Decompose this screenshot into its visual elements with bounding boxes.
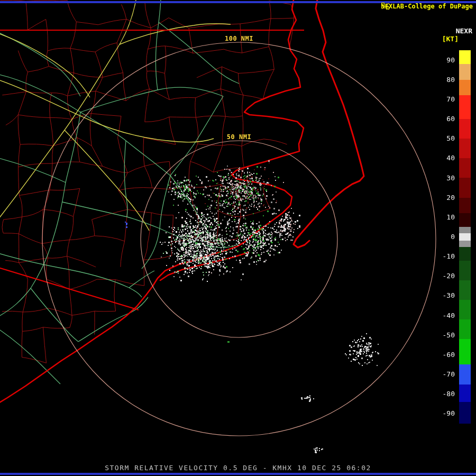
colorbar-tick: -80 xyxy=(432,390,455,398)
brand-text: NEXLAB-College of DuPage xyxy=(381,3,473,10)
range-ring-label: 50 NMI xyxy=(227,133,251,141)
status-bar: STORM RELATIVE VELOCITY 0.5 DEG - KMHX 1… xyxy=(0,464,476,472)
colorbar-segment xyxy=(459,227,471,233)
colorbar-bar xyxy=(459,50,471,424)
colorbar-tick: 10 xyxy=(432,213,455,222)
colorbar-tick: -20 xyxy=(432,272,455,280)
colorbar-segment xyxy=(459,364,471,384)
colorbar-tick: -40 xyxy=(432,312,455,320)
colorbar-unit: [KT] xyxy=(442,35,459,43)
colorbar-segment xyxy=(459,119,471,139)
colorbar-tick: 0 xyxy=(432,233,455,241)
colorbar-segment xyxy=(459,300,471,319)
colorbar-segment xyxy=(459,385,471,402)
colorbar-tick: 60 xyxy=(432,115,455,123)
colorbar-tick: 90 xyxy=(432,56,455,65)
range-ring-label: 100 NMI xyxy=(225,35,253,42)
colorbar-segment xyxy=(459,139,471,158)
colorbar-tick: 80 xyxy=(432,76,455,84)
colorbar-tick: -60 xyxy=(432,351,455,359)
range-ring-circle xyxy=(141,141,337,337)
range-rings xyxy=(0,0,476,476)
colorbar-segment xyxy=(459,95,471,119)
colorbar-segment xyxy=(459,233,471,241)
colorbar-tick: 70 xyxy=(432,95,455,104)
colorbar-segment xyxy=(459,178,471,197)
colorbar-segment xyxy=(459,339,471,364)
colorbar-tick: -90 xyxy=(432,409,455,418)
colorbar-segment xyxy=(459,280,471,300)
colorbar-segment xyxy=(459,50,471,64)
colorbar-tick: 50 xyxy=(432,134,455,143)
colorbar-segment xyxy=(459,261,471,280)
colorbar-segment xyxy=(459,80,471,96)
radar-display: 100 NMI50 NMI NEXLAB-College of DuPage N… xyxy=(0,0,476,476)
colorbar-segment xyxy=(459,247,471,261)
colorbar-tick: 30 xyxy=(432,174,455,182)
colorbar-segment xyxy=(459,158,471,178)
colorbar-tick: -30 xyxy=(432,291,455,300)
colorbar-tick: -10 xyxy=(432,252,455,261)
colorbar-segment xyxy=(459,319,471,339)
range-ring-circle xyxy=(42,42,436,436)
colorbar-segment xyxy=(459,64,471,80)
colorbar-segment xyxy=(459,198,471,214)
colorbar-segment xyxy=(459,241,471,246)
colorbar-tick: 40 xyxy=(432,154,455,162)
colorbar-tick: -50 xyxy=(432,331,455,340)
colorbar-tick: -70 xyxy=(432,370,455,379)
colorbar-segment xyxy=(459,213,471,227)
colorbar-tick: 20 xyxy=(432,194,455,202)
colorbar-title: NEXR xyxy=(456,27,472,35)
frame-line-bottom xyxy=(0,473,476,475)
site-brand: NEXLAB-College of DuPage xyxy=(381,3,473,10)
brand-icon xyxy=(381,3,389,10)
colorbar-segment xyxy=(459,402,471,424)
